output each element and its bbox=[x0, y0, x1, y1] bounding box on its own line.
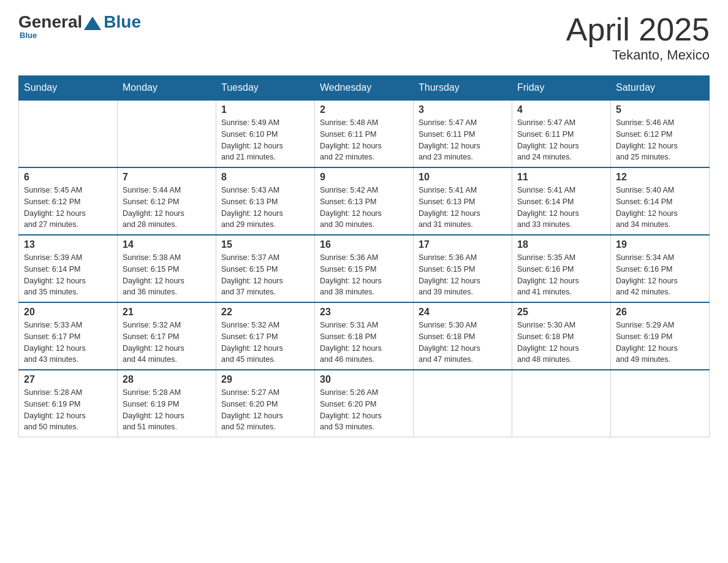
calendar-cell bbox=[414, 370, 512, 437]
day-number: 10 bbox=[419, 172, 507, 183]
calendar-header: SundayMondayTuesdayWednesdayThursdayFrid… bbox=[19, 76, 710, 101]
day-number: 17 bbox=[419, 239, 507, 250]
day-info: Sunrise: 5:48 AMSunset: 6:11 PMDaylight:… bbox=[320, 117, 408, 163]
calendar-cell: 30Sunrise: 5:26 AMSunset: 6:20 PMDayligh… bbox=[315, 370, 414, 437]
day-number: 7 bbox=[123, 172, 211, 183]
calendar-cell: 15Sunrise: 5:37 AMSunset: 6:15 PMDayligh… bbox=[216, 235, 315, 302]
day-info: Sunrise: 5:28 AMSunset: 6:19 PMDaylight:… bbox=[24, 387, 112, 433]
title-area: April 2025 Tekanto, Mexico bbox=[566, 12, 710, 63]
day-number: 9 bbox=[320, 172, 408, 183]
day-info: Sunrise: 5:45 AMSunset: 6:12 PMDaylight:… bbox=[24, 185, 112, 231]
weekday-header-row: SundayMondayTuesdayWednesdayThursdayFrid… bbox=[19, 76, 710, 101]
weekday-header-friday: Friday bbox=[512, 76, 611, 101]
day-number: 18 bbox=[517, 239, 605, 250]
logo-general-text: General bbox=[18, 12, 82, 32]
day-number: 28 bbox=[123, 374, 211, 385]
day-info: Sunrise: 5:43 AMSunset: 6:13 PMDaylight:… bbox=[221, 185, 309, 231]
calendar-cell: 13Sunrise: 5:39 AMSunset: 6:14 PMDayligh… bbox=[19, 235, 118, 302]
weekday-header-sunday: Sunday bbox=[19, 76, 118, 101]
day-info: Sunrise: 5:26 AMSunset: 6:20 PMDaylight:… bbox=[320, 387, 408, 433]
day-info: Sunrise: 5:30 AMSunset: 6:18 PMDaylight:… bbox=[517, 320, 605, 366]
calendar-cell: 16Sunrise: 5:36 AMSunset: 6:15 PMDayligh… bbox=[315, 235, 414, 302]
calendar-cell: 20Sunrise: 5:33 AMSunset: 6:17 PMDayligh… bbox=[19, 302, 118, 370]
calendar-cell bbox=[118, 100, 216, 167]
calendar-cell: 21Sunrise: 5:32 AMSunset: 6:17 PMDayligh… bbox=[118, 302, 216, 370]
day-info: Sunrise: 5:44 AMSunset: 6:12 PMDaylight:… bbox=[123, 185, 211, 231]
day-info: Sunrise: 5:49 AMSunset: 6:10 PMDaylight:… bbox=[221, 117, 309, 163]
weekday-header-saturday: Saturday bbox=[611, 76, 710, 101]
day-info: Sunrise: 5:36 AMSunset: 6:15 PMDaylight:… bbox=[320, 252, 408, 298]
calendar-cell: 25Sunrise: 5:30 AMSunset: 6:18 PMDayligh… bbox=[512, 302, 611, 370]
logo-blue-text: Blue bbox=[104, 12, 141, 32]
day-number: 1 bbox=[221, 104, 309, 115]
calendar-cell: 22Sunrise: 5:32 AMSunset: 6:17 PMDayligh… bbox=[216, 302, 315, 370]
day-info: Sunrise: 5:32 AMSunset: 6:17 PMDaylight:… bbox=[123, 320, 211, 366]
day-number: 13 bbox=[24, 239, 112, 250]
logo-triangle-icon bbox=[84, 17, 101, 30]
calendar-cell bbox=[512, 370, 611, 437]
day-number: 2 bbox=[320, 104, 408, 115]
day-number: 4 bbox=[517, 104, 605, 115]
weekday-header-thursday: Thursday bbox=[414, 76, 512, 101]
calendar-week-5: 27Sunrise: 5:28 AMSunset: 6:19 PMDayligh… bbox=[19, 370, 710, 437]
day-info: Sunrise: 5:32 AMSunset: 6:17 PMDaylight:… bbox=[221, 320, 309, 366]
day-number: 14 bbox=[123, 239, 211, 250]
day-info: Sunrise: 5:34 AMSunset: 6:16 PMDaylight:… bbox=[616, 252, 704, 298]
page-header: General Blue Blue April 2025 Tekanto, Me… bbox=[18, 12, 710, 63]
day-info: Sunrise: 5:46 AMSunset: 6:12 PMDaylight:… bbox=[616, 117, 704, 163]
calendar-cell: 12Sunrise: 5:40 AMSunset: 6:14 PMDayligh… bbox=[611, 167, 710, 235]
calendar-cell: 1Sunrise: 5:49 AMSunset: 6:10 PMDaylight… bbox=[216, 100, 315, 167]
calendar-cell: 24Sunrise: 5:30 AMSunset: 6:18 PMDayligh… bbox=[414, 302, 512, 370]
day-number: 30 bbox=[320, 374, 408, 385]
day-number: 16 bbox=[320, 239, 408, 250]
calendar-cell: 28Sunrise: 5:28 AMSunset: 6:19 PMDayligh… bbox=[118, 370, 216, 437]
day-info: Sunrise: 5:38 AMSunset: 6:15 PMDaylight:… bbox=[123, 252, 211, 298]
weekday-header-tuesday: Tuesday bbox=[216, 76, 315, 101]
calendar-cell: 9Sunrise: 5:42 AMSunset: 6:13 PMDaylight… bbox=[315, 167, 414, 235]
calendar-cell: 4Sunrise: 5:47 AMSunset: 6:11 PMDaylight… bbox=[512, 100, 611, 167]
day-info: Sunrise: 5:40 AMSunset: 6:14 PMDaylight:… bbox=[616, 185, 704, 231]
calendar-cell: 17Sunrise: 5:36 AMSunset: 6:15 PMDayligh… bbox=[414, 235, 512, 302]
calendar-week-2: 6Sunrise: 5:45 AMSunset: 6:12 PMDaylight… bbox=[19, 167, 710, 235]
day-number: 19 bbox=[616, 239, 704, 250]
calendar-cell: 18Sunrise: 5:35 AMSunset: 6:16 PMDayligh… bbox=[512, 235, 611, 302]
day-number: 15 bbox=[221, 239, 309, 250]
day-number: 27 bbox=[24, 374, 112, 385]
calendar-cell: 2Sunrise: 5:48 AMSunset: 6:11 PMDaylight… bbox=[315, 100, 414, 167]
day-number: 5 bbox=[616, 104, 704, 115]
day-info: Sunrise: 5:47 AMSunset: 6:11 PMDaylight:… bbox=[517, 117, 605, 163]
calendar-cell: 14Sunrise: 5:38 AMSunset: 6:15 PMDayligh… bbox=[118, 235, 216, 302]
calendar-week-3: 13Sunrise: 5:39 AMSunset: 6:14 PMDayligh… bbox=[19, 235, 710, 302]
day-number: 6 bbox=[24, 172, 112, 183]
calendar-cell: 23Sunrise: 5:31 AMSunset: 6:18 PMDayligh… bbox=[315, 302, 414, 370]
calendar-cell: 29Sunrise: 5:27 AMSunset: 6:20 PMDayligh… bbox=[216, 370, 315, 437]
day-info: Sunrise: 5:39 AMSunset: 6:14 PMDaylight:… bbox=[24, 252, 112, 298]
calendar-body: 1Sunrise: 5:49 AMSunset: 6:10 PMDaylight… bbox=[19, 100, 710, 437]
weekday-header-monday: Monday bbox=[118, 76, 216, 101]
calendar-week-1: 1Sunrise: 5:49 AMSunset: 6:10 PMDaylight… bbox=[19, 100, 710, 167]
day-info: Sunrise: 5:31 AMSunset: 6:18 PMDaylight:… bbox=[320, 320, 408, 366]
day-number: 26 bbox=[616, 307, 704, 318]
calendar-subtitle: Tekanto, Mexico bbox=[566, 47, 710, 63]
calendar-cell: 26Sunrise: 5:29 AMSunset: 6:19 PMDayligh… bbox=[611, 302, 710, 370]
calendar-cell: 11Sunrise: 5:41 AMSunset: 6:14 PMDayligh… bbox=[512, 167, 611, 235]
calendar-cell: 19Sunrise: 5:34 AMSunset: 6:16 PMDayligh… bbox=[611, 235, 710, 302]
day-info: Sunrise: 5:35 AMSunset: 6:16 PMDaylight:… bbox=[517, 252, 605, 298]
day-number: 25 bbox=[517, 307, 605, 318]
day-info: Sunrise: 5:33 AMSunset: 6:17 PMDaylight:… bbox=[24, 320, 112, 366]
calendar-week-4: 20Sunrise: 5:33 AMSunset: 6:17 PMDayligh… bbox=[19, 302, 710, 370]
calendar-cell bbox=[19, 100, 118, 167]
calendar-title: April 2025 bbox=[566, 12, 710, 47]
day-number: 29 bbox=[221, 374, 309, 385]
day-info: Sunrise: 5:30 AMSunset: 6:18 PMDaylight:… bbox=[419, 320, 507, 366]
logo: General Blue Blue bbox=[18, 12, 141, 40]
day-number: 21 bbox=[123, 307, 211, 318]
day-number: 24 bbox=[419, 307, 507, 318]
calendar-table: SundayMondayTuesdayWednesdayThursdayFrid… bbox=[18, 75, 710, 437]
calendar-cell: 10Sunrise: 5:41 AMSunset: 6:13 PMDayligh… bbox=[414, 167, 512, 235]
calendar-cell: 8Sunrise: 5:43 AMSunset: 6:13 PMDaylight… bbox=[216, 167, 315, 235]
day-info: Sunrise: 5:28 AMSunset: 6:19 PMDaylight:… bbox=[123, 387, 211, 433]
calendar-cell: 3Sunrise: 5:47 AMSunset: 6:11 PMDaylight… bbox=[414, 100, 512, 167]
day-info: Sunrise: 5:27 AMSunset: 6:20 PMDaylight:… bbox=[221, 387, 309, 433]
day-number: 20 bbox=[24, 307, 112, 318]
